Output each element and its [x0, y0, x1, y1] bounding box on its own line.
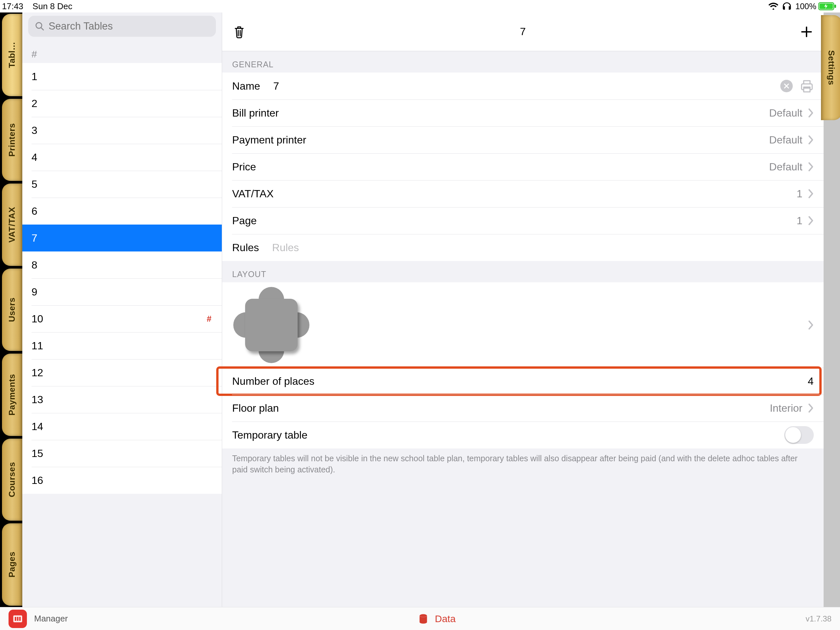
- temporary-table-toggle[interactable]: [784, 426, 814, 444]
- row-rules[interactable]: Rules Rules: [222, 234, 823, 261]
- battery-indicator: 100%: [795, 2, 837, 11]
- chevron-right-icon: [808, 403, 814, 413]
- search-field[interactable]: [28, 16, 216, 37]
- battery-percent: 100%: [795, 2, 816, 11]
- table-row[interactable]: 9: [22, 279, 222, 306]
- table-row[interactable]: 4: [22, 144, 222, 171]
- table-row-label: 4: [32, 151, 38, 163]
- table-row-label: 5: [32, 178, 38, 190]
- table-list: 12345678910#111213141516: [22, 63, 222, 607]
- row-number-of-places[interactable]: Number of places 4: [222, 368, 823, 395]
- name-value[interactable]: 7: [273, 80, 279, 92]
- row-page[interactable]: Page 1: [222, 207, 823, 234]
- table-row-badge: #: [207, 314, 213, 324]
- search-icon: [35, 21, 45, 31]
- row-floor-plan[interactable]: Floor plan Interior: [222, 395, 823, 421]
- svg-line-4: [41, 28, 43, 30]
- temporary-table-note: Temporary tables will not be visible in …: [222, 448, 823, 485]
- section-layout-label: LAYOUT: [222, 261, 823, 282]
- left-tab-payments[interactable]: Payments: [2, 354, 22, 436]
- table-row-label: 8: [32, 259, 38, 271]
- chevron-right-icon: [808, 320, 814, 330]
- table-row[interactable]: 5: [22, 171, 222, 198]
- table-row[interactable]: 10#: [22, 306, 222, 332]
- table-row[interactable]: 6: [22, 198, 222, 225]
- table-row[interactable]: 3: [22, 117, 222, 144]
- table-row[interactable]: 15: [22, 440, 222, 467]
- left-tab-users[interactable]: Users: [2, 269, 22, 351]
- table-row[interactable]: 14: [22, 413, 222, 440]
- chevron-right-icon: [808, 216, 814, 226]
- table-row[interactable]: 8: [22, 252, 222, 279]
- search-input[interactable]: [49, 21, 210, 32]
- row-price[interactable]: Price Default: [222, 153, 823, 180]
- table-row[interactable]: 16: [22, 467, 222, 494]
- left-tab-tabl[interactable]: Tabl…: [2, 14, 22, 96]
- table-row-label: 11: [32, 340, 43, 352]
- left-tab-rail: Tabl…PrintersVAT/TAXUsersPaymentsCourses…: [0, 13, 22, 607]
- row-temporary-table[interactable]: Temporary table: [222, 421, 823, 448]
- row-vat[interactable]: VAT/TAX 1: [222, 180, 823, 207]
- table-row-label: 2: [32, 98, 38, 110]
- table-row-label: 3: [32, 124, 38, 136]
- detail-header: 7: [222, 13, 823, 51]
- table-row-label: 6: [32, 205, 38, 217]
- chevron-right-icon: [808, 135, 814, 145]
- table-row[interactable]: 11: [22, 332, 222, 359]
- footer: Manager Data v1.7.38: [0, 607, 840, 630]
- row-bill-printer[interactable]: Bill printer Default: [222, 100, 823, 127]
- table-row-label: 16: [32, 474, 43, 486]
- name-label: Name: [232, 80, 260, 92]
- status-bar: 17:43 Sun 8 Dec 100%: [0, 0, 840, 13]
- app-logo-icon[interactable]: [8, 609, 27, 628]
- chevron-right-icon: [808, 162, 814, 172]
- wifi-icon: [769, 2, 778, 10]
- table-row-label: 12: [32, 367, 43, 379]
- left-tab-vattax[interactable]: VAT/TAX: [2, 184, 22, 266]
- status-time: 17:43: [2, 1, 23, 11]
- footer-data-button[interactable]: Data: [68, 613, 806, 624]
- detail-title: 7: [247, 25, 798, 38]
- sidebar: # 12345678910#111213141516: [22, 13, 223, 607]
- clear-name-button[interactable]: [780, 80, 793, 92]
- left-tab-courses[interactable]: Courses: [2, 438, 22, 521]
- chevron-right-icon: [808, 108, 814, 118]
- svg-rect-8: [19, 617, 21, 621]
- right-tab-rail: Settings: [824, 13, 840, 607]
- left-tab-pages[interactable]: Pages: [2, 523, 22, 606]
- section-general-label: GENERAL: [222, 51, 823, 73]
- table-row-label: 13: [32, 394, 43, 406]
- table-row[interactable]: 7: [22, 225, 222, 252]
- svg-rect-7: [17, 617, 19, 621]
- delete-button[interactable]: [231, 24, 247, 40]
- left-tab-printers[interactable]: Printers: [2, 99, 22, 181]
- print-icon[interactable]: [800, 79, 814, 93]
- svg-rect-2: [834, 5, 836, 8]
- add-button[interactable]: [799, 24, 815, 40]
- right-tab-settings[interactable]: Settings: [821, 15, 840, 120]
- headphones-icon: [782, 2, 791, 11]
- chevron-right-icon: [808, 189, 814, 199]
- detail-pane: 7 GENERAL Name 7 Bill printer: [222, 13, 823, 607]
- status-date: Sun 8 Dec: [33, 1, 72, 11]
- footer-role: Manager: [34, 614, 68, 624]
- table-row-label: 14: [32, 421, 43, 433]
- svg-rect-6: [15, 617, 16, 621]
- row-name[interactable]: Name 7: [222, 73, 823, 100]
- row-table-shape[interactable]: [222, 282, 823, 368]
- database-icon: [418, 613, 429, 624]
- list-header: #: [22, 41, 222, 63]
- table-shape-preview: [235, 289, 308, 361]
- table-row-label: 1: [32, 71, 38, 83]
- table-row[interactable]: 1: [22, 63, 222, 90]
- row-payment-printer[interactable]: Payment printer Default: [222, 127, 823, 153]
- table-row-label: 15: [32, 448, 43, 460]
- places-value: 4: [808, 375, 814, 388]
- table-row[interactable]: 2: [22, 90, 222, 117]
- table-row[interactable]: 13: [22, 386, 222, 413]
- table-row-label: 10: [32, 313, 43, 325]
- table-row-label: 9: [32, 286, 38, 298]
- footer-version: v1.7.38: [805, 614, 832, 624]
- table-row[interactable]: 12: [22, 359, 222, 386]
- table-row-label: 7: [32, 232, 38, 244]
